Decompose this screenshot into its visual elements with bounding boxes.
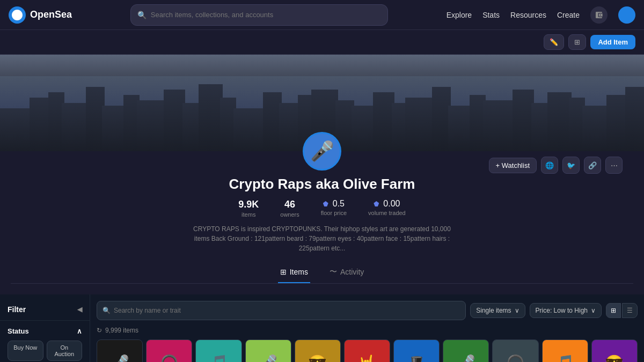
opensea-logo[interactable] [9, 6, 26, 24]
navbar: OpenSea 🔍 Explore Stats Resources Create [0, 0, 644, 30]
nft-image: 🎧 [147, 340, 192, 362]
collection-actions: + Watchlist 🌐 🐦 🔗 ⋯ [489, 157, 623, 174]
nft-image: 🎤 [443, 340, 488, 362]
filter-on-auction[interactable]: On Auction [47, 341, 83, 361]
svg-rect-29 [547, 92, 572, 151]
add-item-button[interactable]: Add Item [590, 35, 635, 49]
single-items-chevron: ∨ [515, 307, 519, 314]
collection-stats: 9.9K items 46 owners 0.5 floor price 0.0… [11, 199, 633, 218]
nft-image: 😎 [592, 340, 637, 362]
search-input[interactable] [151, 11, 381, 19]
filter-sidebar: Filter ◀ Status ∧ Buy Now On Auction New… [0, 294, 90, 362]
nft-card[interactable]: 🎩 CRYPTO RAPS #5526 ··· ♡ 0 [393, 339, 440, 362]
svg-rect-11 [199, 84, 223, 151]
tab-activity-label: Activity [340, 268, 364, 276]
collection-avatar: 🎤 [303, 132, 341, 171]
svg-rect-20 [373, 92, 394, 151]
collection-tabs: ⊞ Items 〜 Activity [11, 262, 633, 284]
user-avatar[interactable] [618, 6, 635, 24]
nav-stats[interactable]: Stats [482, 11, 500, 19]
refresh-button[interactable]: ↻ [97, 327, 102, 334]
svg-rect-28 [531, 103, 550, 151]
single-items-dropdown[interactable]: Single items ∨ [470, 303, 525, 318]
watchlist-button[interactable]: + Watchlist [489, 158, 537, 173]
svg-rect-24 [448, 106, 472, 151]
nav-explore[interactable]: Explore [447, 11, 472, 19]
sort-dropdown[interactable]: Price: Low to High ∨ [530, 303, 602, 318]
svg-rect-10 [182, 103, 201, 151]
items-count-label: 9,999 items [105, 327, 138, 334]
tab-activity-icon: 〜 [330, 267, 337, 277]
nav-create[interactable]: Create [557, 11, 580, 19]
twitter-button[interactable]: 🐦 [562, 157, 580, 174]
share-button[interactable]: 🔗 [584, 157, 601, 174]
stat-owners-label: owners [280, 211, 299, 218]
svg-rect-4 [62, 103, 89, 151]
stat-owners-value: 46 [280, 199, 299, 210]
nft-card[interactable]: 🎤 CRYPTO RAPS #9357 ··· ♡ 0 [245, 339, 291, 362]
nft-card[interactable]: 🎤 CRYPTO RAPS #9244 ··· ♡ 0 [443, 339, 489, 362]
collection-name: Crypto Raps aka Olive Farm [11, 176, 633, 193]
stat-volume-eth: 0.00 [368, 199, 406, 209]
tab-items[interactable]: ⊞ Items [278, 262, 310, 283]
tab-items-icon: ⊞ [280, 268, 287, 276]
items-toolbar: 🔍 Single items ∨ Price: Low to High ∨ ⊞ … [97, 301, 638, 320]
list-view-button[interactable]: ☰ [622, 303, 638, 318]
nav-resources[interactable]: Resources [510, 11, 546, 19]
svg-rect-27 [513, 90, 534, 151]
nft-card[interactable]: 🤘 CRYPTO RAPS #5121 ··· ♡ 0 [344, 339, 390, 362]
single-items-label: Single items [476, 307, 511, 314]
items-search-bar[interactable]: 🔍 [97, 301, 466, 320]
stat-volume: 0.00 volume traded [368, 199, 406, 218]
stat-items-value: 9.9K [238, 199, 259, 210]
stat-volume-value: 0.00 [383, 199, 400, 209]
items-search-input[interactable] [114, 307, 460, 314]
tab-activity[interactable]: 〜 Activity [327, 262, 366, 283]
status-filters: Buy Now On Auction New Has Offers [8, 341, 82, 362]
more-options-button[interactable]: ⋯ [605, 157, 623, 174]
svg-rect-8 [137, 100, 166, 151]
filter-label: Filter [8, 305, 26, 314]
svg-rect-26 [483, 100, 515, 151]
nft-card[interactable]: 🎤 Crypto R... Price0.5 #8064 ··· ♡ 0 [97, 339, 143, 362]
svg-rect-14 [263, 92, 282, 151]
svg-rect-5 [86, 87, 105, 151]
eth-icon-volume [374, 200, 381, 208]
status-chevron: ∧ [77, 327, 82, 335]
stat-items-label: items [238, 211, 259, 218]
nft-card[interactable]: 😎 CRYPTO RAPS #9887 ··· ♡ 0 [295, 339, 341, 362]
sidebar-collapse-button[interactable]: ◀ [77, 306, 82, 313]
stat-floor: 0.5 floor price [321, 199, 347, 218]
edit-button[interactable]: ✏️ [544, 34, 564, 50]
status-title: Status ∧ [8, 327, 82, 335]
opensea-icon [12, 10, 23, 20]
items-count: ↻ 9,999 items [97, 327, 638, 334]
nft-card[interactable]: 🎧 CRYPTO RAPS #9387 ··· ♡ 0 [492, 339, 538, 362]
grid-view-button[interactable]: ⊞ [606, 303, 621, 318]
wallet-icon-btn[interactable] [590, 6, 608, 24]
nft-image: 🎵 [196, 340, 241, 362]
nft-image: 🎧 [493, 340, 538, 362]
nft-card[interactable]: 🎧 CRYPTO RAPS Price1.2 #8018 ··· ♡ 0 [146, 339, 192, 362]
grid-button[interactable]: ⊞ [568, 34, 586, 50]
filter-header: Filter ◀ [0, 301, 90, 318]
search-bar[interactable]: 🔍 [130, 4, 388, 26]
nft-image: 🎤 [97, 340, 142, 362]
nft-card[interactable]: 🎵 CRYPTO RAPS #6885 ··· ♡ 0 [542, 339, 588, 362]
svg-rect-6 [102, 106, 126, 151]
website-button[interactable]: 🌐 [541, 157, 558, 174]
nft-card[interactable]: 😎 CRYPTO RAPS #4412 ··· ♡ 0 [591, 339, 638, 362]
svg-rect-1 [0, 108, 32, 151]
nft-image: 🎩 [394, 340, 439, 362]
navbar-right: Explore Stats Resources Create [447, 6, 635, 24]
svg-rect-2 [30, 98, 51, 151]
view-toggle: ⊞ ☰ [606, 303, 638, 318]
nft-image: 🎤 [246, 340, 291, 362]
collection-toolbar: ✏️ ⊞ Add Item [0, 30, 644, 55]
items-search-icon: 🔍 [103, 307, 111, 314]
stat-volume-label: volume traded [368, 210, 406, 216]
filter-buy-now[interactable]: Buy Now [8, 341, 43, 361]
nft-card[interactable]: 🎵 CRYPTO RAPS #2072 ··· ♡ 0 [195, 339, 241, 362]
svg-rect-9 [164, 90, 185, 151]
svg-rect-15 [279, 103, 301, 151]
